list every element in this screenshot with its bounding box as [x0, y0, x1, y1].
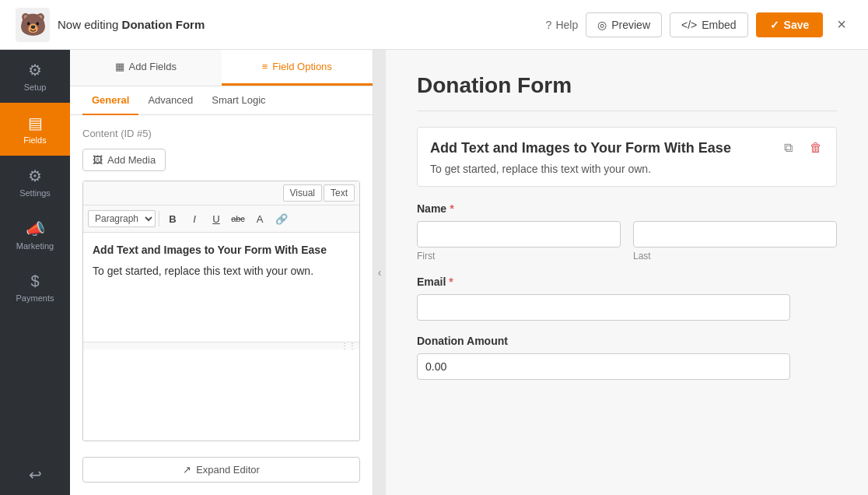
help-button[interactable]: ? Help: [546, 19, 579, 31]
close-button[interactable]: ×: [831, 12, 852, 37]
underline-button[interactable]: U: [206, 209, 226, 229]
logo-icon: 🐻: [16, 8, 50, 42]
add-media-button[interactable]: 🖼 Add Media: [82, 149, 166, 171]
fields-icon: ▤: [28, 114, 43, 132]
bold-button[interactable]: B: [163, 209, 183, 229]
form-name-label: Donation Form: [122, 18, 205, 31]
donation-amount-label: Donation Amount: [417, 335, 837, 347]
name-required-star: *: [450, 202, 453, 215]
expand-icon: ↗: [183, 464, 191, 476]
format-select[interactable]: Paragraph: [88, 210, 156, 227]
content-label: Content (ID #5): [82, 128, 360, 139]
left-panel: ▦ Add Fields ≡ Field Options General Adv…: [70, 50, 373, 495]
add-media-icon: 🖼: [93, 154, 103, 166]
field-actions: ⧉ 🗑: [777, 137, 827, 159]
tab-field-options[interactable]: ≡ Field Options: [222, 50, 373, 86]
last-name-col: Last: [633, 221, 837, 262]
sidebar-item-settings[interactable]: ⚙ Settings: [0, 156, 70, 209]
tab-advanced[interactable]: Advanced: [138, 86, 202, 115]
editor-resize-handle[interactable]: ⋮⋮: [83, 342, 359, 349]
editor-toolbar: Visual Text: [83, 181, 359, 205]
delete-field-button[interactable]: 🗑: [805, 137, 827, 159]
email-input[interactable]: [417, 294, 790, 321]
save-button[interactable]: ✓ Save: [756, 12, 824, 37]
strikethrough-button[interactable]: abc: [228, 209, 248, 229]
link-button[interactable]: 🔗: [271, 209, 292, 229]
sidebar: ⚙ Setup ▤ Fields ⚙ Settings 📣 Marketing …: [0, 50, 70, 495]
tab-add-fields[interactable]: ▦ Add Fields: [70, 50, 222, 86]
add-fields-icon: ▦: [115, 61, 124, 72]
editor-body[interactable]: Add Text and Images to Your Form With Ea…: [83, 233, 359, 342]
panel-content: Content (ID #5) 🖼 Add Media Visual Text: [70, 115, 373, 495]
first-name-col: First: [417, 221, 621, 262]
toolbar-divider: [159, 211, 159, 226]
editor-wrapper: Visual Text Paragraph B I U abc A: [82, 181, 360, 441]
form-preview-title: Donation Form: [417, 73, 837, 98]
sidebar-item-payments[interactable]: $ Payments: [0, 262, 70, 314]
sidebar-item-label: Settings: [19, 188, 51, 198]
format-toolbar: Paragraph B I U abc A 🔗: [83, 205, 359, 233]
sidebar-item-undo[interactable]: ↩: [29, 455, 42, 495]
text-block-field: Add Text and Images to Your Form With Ea…: [417, 127, 837, 187]
last-sublabel: Last: [633, 251, 837, 262]
panel-collapse-button[interactable]: ‹: [373, 50, 386, 495]
field-options-icon: ≡: [262, 61, 268, 72]
settings-icon: ⚙: [28, 167, 42, 185]
text-block-heading: Add Text and Images to Your Form With Ea…: [430, 140, 824, 156]
sidebar-bottom: ↩: [29, 455, 42, 495]
visual-tab-btn[interactable]: Visual: [283, 184, 322, 202]
undo-icon: ↩: [29, 465, 42, 484]
embed-button[interactable]: </> Embed: [670, 12, 748, 37]
resize-icon: ⋮⋮: [341, 342, 356, 350]
editing-title: Now editing Donation Form: [58, 18, 205, 31]
tab-general[interactable]: General: [82, 86, 138, 115]
sidebar-item-fields[interactable]: ▤ Fields: [0, 103, 70, 156]
embed-icon: </>: [681, 19, 697, 31]
first-sublabel: First: [417, 251, 621, 262]
sidebar-item-label: Payments: [16, 293, 54, 303]
name-row: First Last: [417, 221, 837, 262]
setup-icon: ⚙: [28, 61, 42, 79]
panel-tabs: ▦ Add Fields ≡ Field Options: [70, 50, 373, 86]
sidebar-item-label: Setup: [24, 82, 47, 92]
text-tab-btn[interactable]: Text: [324, 184, 355, 202]
preview-icon: ◎: [597, 19, 607, 31]
donation-amount-input[interactable]: [417, 353, 790, 380]
duplicate-field-button[interactable]: ⧉: [777, 137, 799, 159]
first-name-input[interactable]: [417, 221, 621, 248]
tab-smart-logic[interactable]: Smart Logic: [202, 86, 275, 115]
inner-tabs: General Advanced Smart Logic: [70, 86, 373, 115]
check-icon: ✓: [770, 19, 779, 31]
italic-button[interactable]: I: [184, 209, 205, 229]
sidebar-item-marketing[interactable]: 📣 Marketing: [0, 209, 70, 262]
email-field: Email *: [417, 276, 837, 321]
text-color-button[interactable]: A: [250, 209, 270, 229]
expand-editor-button[interactable]: ↗ Expand Editor: [82, 457, 360, 483]
name-field: Name * First Last: [417, 202, 837, 262]
sidebar-item-label: Marketing: [16, 241, 54, 251]
form-divider: [417, 111, 837, 111]
last-name-input[interactable]: [633, 221, 837, 248]
collapse-icon: ‹: [378, 266, 382, 279]
donation-amount-field: Donation Amount: [417, 335, 837, 380]
sidebar-item-setup[interactable]: ⚙ Setup: [0, 50, 70, 103]
email-required-star: *: [449, 276, 453, 288]
sidebar-item-label: Fields: [23, 135, 46, 145]
preview-button[interactable]: ◎ Preview: [586, 12, 662, 37]
top-header: 🐻 Now editing Donation Form ? Help ◎ Pre…: [0, 0, 868, 50]
text-block-body: To get started, replace this text with y…: [430, 163, 824, 175]
name-field-label: Name *: [417, 202, 837, 215]
right-panel: Donation Form Add Text and Images to You…: [386, 50, 868, 495]
header-left: 🐻 Now editing Donation Form: [16, 8, 205, 42]
payments-icon: $: [30, 272, 39, 290]
email-field-label: Email *: [417, 276, 837, 288]
main-layout: ⚙ Setup ▤ Fields ⚙ Settings 📣 Marketing …: [0, 50, 868, 495]
marketing-icon: 📣: [26, 219, 45, 238]
help-icon: ?: [546, 19, 552, 31]
header-right: ? Help ◎ Preview </> Embed ✓ Save ×: [546, 12, 852, 37]
